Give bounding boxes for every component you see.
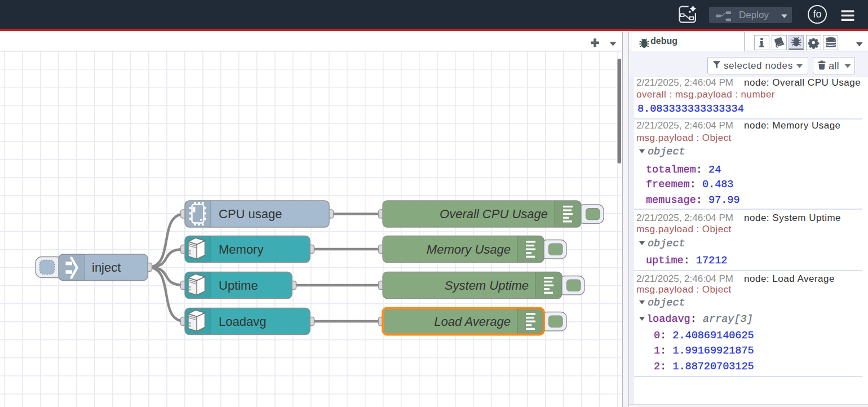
svg-text:Memory: Memory [219,242,263,256]
svg-text:Uptime: Uptime [219,278,258,293]
svg-text:Memory Usage: Memory Usage [427,242,511,256]
svg-text:Overall CPU Usage: Overall CPU Usage [440,207,548,221]
svg-text:CPU usage: CPU usage [219,207,282,221]
svg-text:System Uptime: System Uptime [445,278,529,293]
svg-text:inject: inject [92,260,121,275]
svg-text:Load Average: Load Average [434,315,511,329]
svg-text:Loadavg: Loadavg [219,315,266,329]
